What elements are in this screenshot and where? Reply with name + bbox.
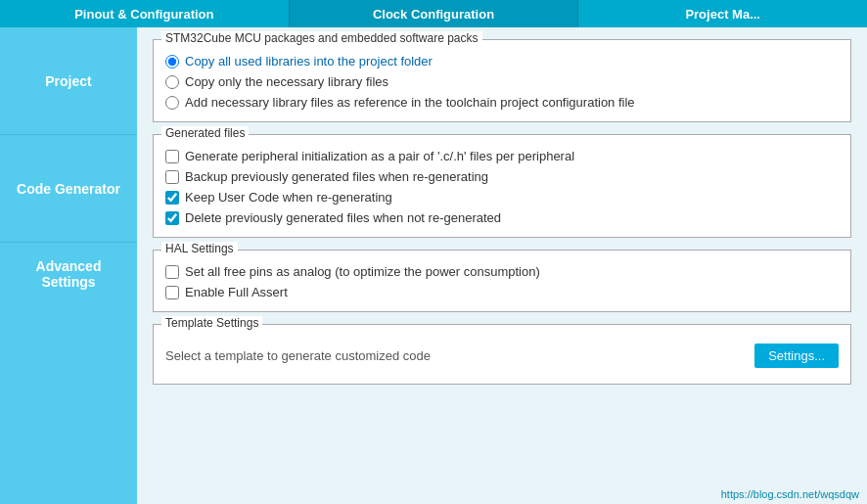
footer-url: https://blog.csdn.net/wqsdqw (721, 488, 859, 500)
group-hal-settings-legend: HAL Settings (161, 242, 238, 255)
checkbox-gen-peripheral[interactable] (165, 150, 179, 163)
group-stm32-packages: STM32Cube MCU packages and embedded soft… (153, 39, 851, 122)
group-template-settings: Template Settings Select a template to g… (153, 324, 851, 385)
group-stm32-packages-content: Copy all used libraries into the project… (165, 48, 839, 110)
option-set-free-pins: Set all free pins as analog (to optimize… (165, 264, 839, 279)
settings-button[interactable]: Settings... (754, 344, 839, 368)
tab-clock[interactable]: Clock Configuration (290, 0, 579, 27)
option-keep-user-code: Keep User Code when re-generating (165, 190, 839, 205)
group-template-settings-legend: Template Settings (161, 316, 262, 330)
tab-pinout[interactable]: Pinout & Configuration (0, 0, 290, 27)
content-area: STM32Cube MCU packages and embedded soft… (137, 27, 867, 504)
radio-add-reference[interactable] (165, 96, 179, 110)
sidebar-item-code-generator[interactable]: Code Generator (0, 135, 137, 243)
radio-copy-necessary[interactable] (165, 75, 179, 89)
checkbox-delete-generated[interactable] (165, 211, 179, 225)
radio-copy-all[interactable] (165, 55, 179, 69)
template-row: Select a template to generate customized… (165, 333, 839, 372)
group-generated-files-content: Generate peripheral initialization as a … (165, 143, 839, 225)
checkbox-enable-full-assert[interactable] (165, 286, 179, 299)
option-add-reference: Add necessary library files as reference… (165, 95, 839, 110)
option-enable-full-assert: Enable Full Assert (165, 285, 839, 299)
option-copy-necessary: Copy only the necessary library files (165, 74, 839, 89)
option-backup-generated: Backup previously generated files when r… (165, 169, 839, 184)
group-hal-settings: HAL Settings Set all free pins as analog… (153, 250, 851, 312)
sidebar-item-advanced-settings[interactable]: Advanced Settings (0, 243, 137, 504)
template-description: Select a template to generate customized… (165, 348, 431, 363)
checkbox-backup-generated[interactable] (165, 170, 179, 184)
group-generated-files-legend: Generated files (161, 126, 249, 140)
tab-project-manager[interactable]: Project Ma... (578, 0, 867, 27)
sidebar: Project Code Generator Advanced Settings (0, 27, 137, 504)
sidebar-item-project[interactable]: Project (0, 27, 137, 135)
checkbox-keep-user-code[interactable] (165, 191, 179, 205)
top-tab-bar: Pinout & Configuration Clock Configurati… (0, 0, 867, 27)
group-stm32-packages-legend: STM32Cube MCU packages and embedded soft… (161, 31, 482, 45)
option-delete-generated: Delete previously generated files when n… (165, 210, 839, 225)
checkbox-set-free-pins[interactable] (165, 265, 179, 279)
group-hal-settings-content: Set all free pins as analog (to optimize… (165, 258, 839, 299)
option-gen-peripheral: Generate peripheral initialization as a … (165, 149, 839, 163)
main-layout: Project Code Generator Advanced Settings… (0, 27, 867, 504)
option-copy-all: Copy all used libraries into the project… (165, 54, 839, 69)
group-generated-files: Generated files Generate peripheral init… (153, 134, 851, 238)
